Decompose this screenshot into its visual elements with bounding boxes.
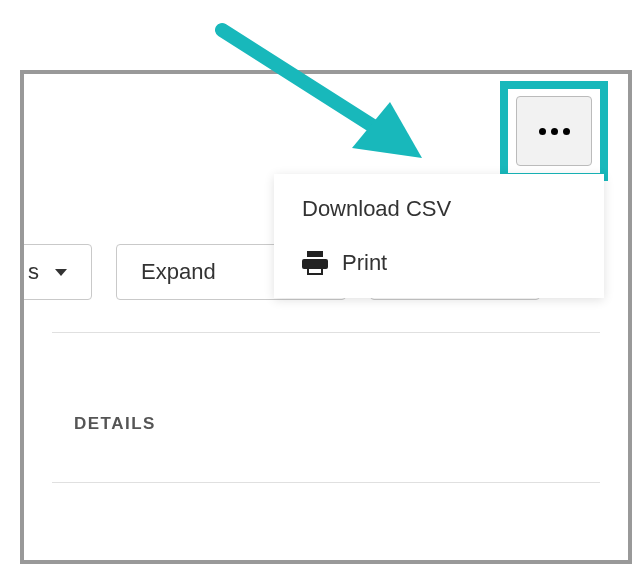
filter-dropdown-button[interactable]: s (20, 244, 92, 300)
app-frame: Download CSV Print s Expand DETAILS (20, 70, 632, 564)
download-csv-label: Download CSV (302, 196, 451, 222)
divider (52, 482, 600, 483)
download-csv-menu-item[interactable]: Download CSV (274, 182, 604, 236)
print-icon (302, 251, 328, 275)
print-menu-item[interactable]: Print (274, 236, 604, 290)
tutorial-highlight-box (500, 81, 608, 181)
filter-dropdown-label: s (28, 259, 39, 285)
expand-label: Expand (141, 259, 216, 285)
divider (52, 332, 600, 333)
details-tab-label: DETAILS (74, 414, 156, 433)
details-tab[interactable]: DETAILS (74, 414, 156, 434)
more-options-menu: Download CSV Print (274, 174, 604, 298)
print-label: Print (342, 250, 387, 276)
